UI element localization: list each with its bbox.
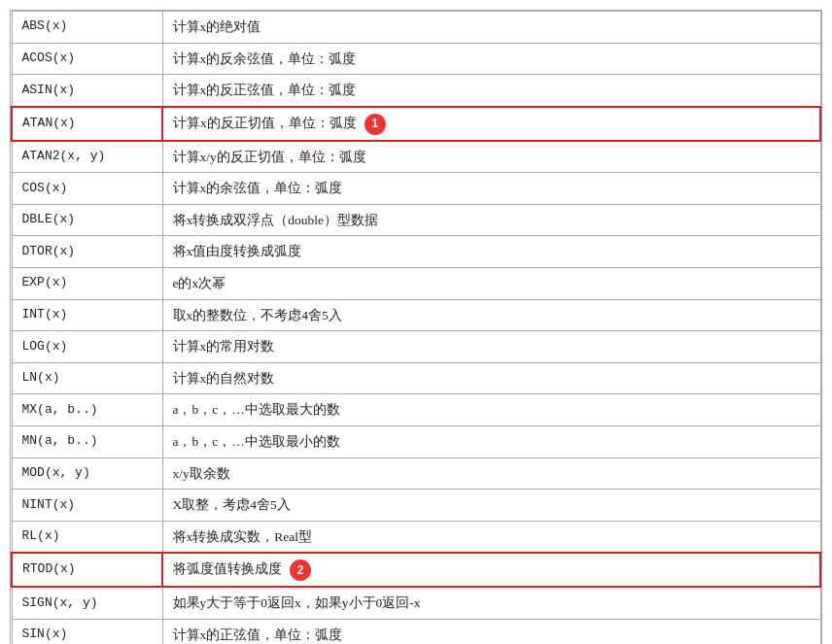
table-row: DBLE(x)将x转换成双浮点（double）型数据 xyxy=(12,204,820,236)
function-cell: DBLE(x) xyxy=(12,204,162,236)
highlight-badge: 2 xyxy=(290,559,311,581)
description-cell: x/y取余数 xyxy=(162,458,820,490)
function-cell: COS(x) xyxy=(12,173,162,205)
description-cell: 计算x的正弦值，单位：弧度 xyxy=(162,619,820,644)
description-cell: 计算x/y的反正切值，单位：弧度 xyxy=(162,141,820,173)
description-cell: 如果y大于等于0返回x，如果y小于0返回-x xyxy=(162,587,820,619)
function-cell: MX(a, b..) xyxy=(12,394,162,426)
table-row: NINT(x)X取整，考虑4舍5入 xyxy=(12,490,820,522)
table-row: ACOS(x)计算x的反余弦值，单位：弧度 xyxy=(12,43,820,75)
description-cell: 计算x的反正弦值，单位：弧度 xyxy=(162,75,820,107)
function-cell: RTOD(x) xyxy=(12,553,162,587)
table-row: MN(a, b..)a，b，c，…中选取最小的数 xyxy=(12,426,820,458)
function-cell: ATAN(x) xyxy=(12,107,162,141)
table-row: ATAN2(x, y)计算x/y的反正切值，单位：弧度 xyxy=(12,141,820,173)
function-cell: ABS(x) xyxy=(12,12,162,44)
table-row: SIN(x)计算x的正弦值，单位：弧度 xyxy=(12,619,820,644)
table-row: EXP(x)e的x次幂 xyxy=(12,268,820,300)
description-cell: 将x值由度转换成弧度 xyxy=(162,236,820,268)
description-cell: e的x次幂 xyxy=(162,268,820,300)
description-cell: 计算x的自然对数 xyxy=(162,362,820,394)
function-cell: ASIN(x) xyxy=(12,75,162,107)
description-cell: 取x的整数位，不考虑4舍5入 xyxy=(162,299,820,331)
function-cell: DTOR(x) xyxy=(12,236,162,268)
function-table: ABS(x)计算x的绝对值ACOS(x)计算x的反余弦值，单位：弧度ASIN(x… xyxy=(11,11,821,644)
description-cell: 计算x的反余弦值，单位：弧度 xyxy=(162,43,820,75)
table-row: LOG(x)计算x的常用对数 xyxy=(12,331,820,363)
function-cell: LN(x) xyxy=(12,362,162,394)
function-cell: INT(x) xyxy=(12,299,162,331)
description-text: 将弧度值转换成度 xyxy=(173,561,282,576)
description-cell: a，b，c，…中选取最大的数 xyxy=(162,394,820,426)
description-cell: 将x转换成双浮点（double）型数据 xyxy=(162,204,820,236)
table-row: RTOD(x)将弧度值转换成度2 xyxy=(12,553,820,587)
description-cell: a，b，c，…中选取最小的数 xyxy=(162,426,820,458)
table-row: COS(x)计算x的余弦值，单位：弧度 xyxy=(12,173,820,205)
description-cell: X取整，考虑4舍5入 xyxy=(162,490,820,522)
function-cell: RL(x) xyxy=(12,521,162,553)
function-cell: LOG(x) xyxy=(12,331,162,363)
table-row: ABS(x)计算x的绝对值 xyxy=(12,12,820,44)
function-cell: ACOS(x) xyxy=(12,43,162,75)
function-cell: EXP(x) xyxy=(12,268,162,300)
table-row: MOD(x, y)x/y取余数 xyxy=(12,458,820,490)
highlight-badge: 1 xyxy=(364,114,386,135)
function-cell: SIN(x) xyxy=(12,619,162,644)
table-row: LN(x)计算x的自然对数 xyxy=(12,362,820,394)
table-row: DTOR(x)将x值由度转换成弧度 xyxy=(12,236,820,268)
table-row: INT(x)取x的整数位，不考虑4舍5入 xyxy=(12,299,820,331)
description-cell: 将弧度值转换成度2 xyxy=(162,553,820,587)
description-cell: 计算x的反正切值，单位：弧度1 xyxy=(162,107,820,141)
description-cell: 计算x的余弦值，单位：弧度 xyxy=(162,173,820,205)
function-cell: MOD(x, y) xyxy=(12,458,162,490)
table-row: RL(x)将x转换成实数，Real型 xyxy=(12,521,820,553)
function-cell: ATAN2(x, y) xyxy=(12,141,162,173)
table-row: ASIN(x)计算x的反正弦值，单位：弧度 xyxy=(12,75,820,107)
table-row: MX(a, b..)a，b，c，…中选取最大的数 xyxy=(12,394,820,426)
function-cell: SIGN(x, y) xyxy=(12,587,162,619)
function-cell: MN(a, b..) xyxy=(12,426,162,458)
description-cell: 计算x的绝对值 xyxy=(162,12,820,44)
function-table-container: ABS(x)计算x的绝对值ACOS(x)计算x的反余弦值，单位：弧度ASIN(x… xyxy=(10,10,822,644)
description-cell: 计算x的常用对数 xyxy=(162,331,820,363)
table-row: SIGN(x, y)如果y大于等于0返回x，如果y小于0返回-x xyxy=(12,587,820,619)
table-row: ATAN(x)计算x的反正切值，单位：弧度1 xyxy=(12,107,820,141)
description-text: 计算x的反正切值，单位：弧度 xyxy=(173,116,357,130)
description-cell: 将x转换成实数，Real型 xyxy=(162,521,820,553)
function-cell: NINT(x) xyxy=(12,490,162,522)
